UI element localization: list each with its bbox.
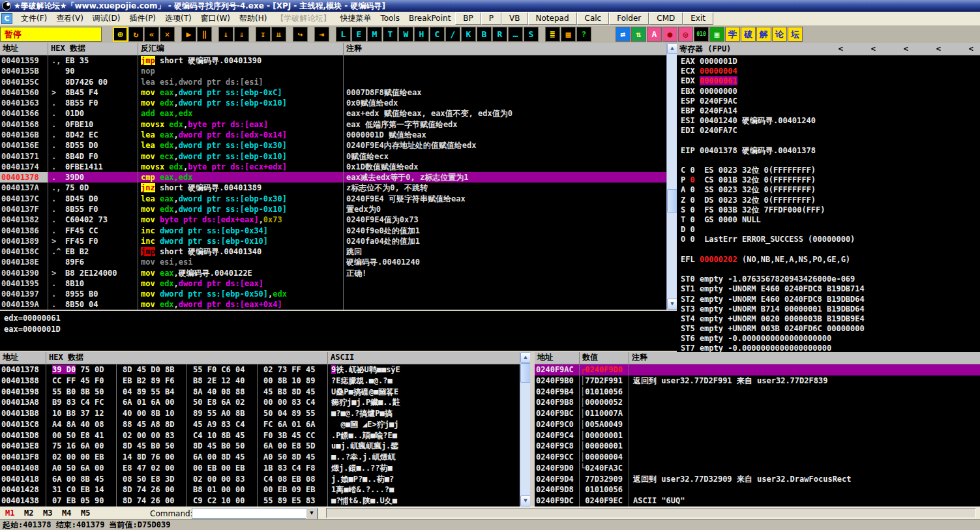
disasm-row[interactable]: 0040137C.8D45 D0lea eax,dword ptr ss:[eb… xyxy=(0,194,666,204)
stack-row[interactable]: 0240F9C8│00000001 xyxy=(535,441,980,452)
view-handles-button[interactable]: H xyxy=(414,27,429,42)
register-line[interactable] xyxy=(677,156,980,166)
menu-item-查看v[interactable]: 查看(V) xyxy=(52,12,88,25)
collapse-column-icon[interactable]: < xyxy=(882,44,915,53)
menu-item-calc[interactable]: Calc xyxy=(577,12,610,25)
menu-item-p[interactable]: P xyxy=(481,12,501,25)
disasm-row[interactable]: 00401397.8955 B0mov dword ptr ss:[ebp-0x… xyxy=(0,289,666,299)
register-st6[interactable]: ST6 empty -0.0000000000000000000 xyxy=(677,334,980,344)
flag-c[interactable]: C 0 ES 0023 32位 0(FFFFFFFF) xyxy=(677,166,980,175)
dump-row[interactable]: 004013D800 50 E8 4102 00 00 83C4 10 8B 4… xyxy=(0,430,520,441)
register-line[interactable] xyxy=(677,245,980,255)
disasm-row[interactable]: 0040136E.8D55 D0lea edx,dword ptr ss:[eb… xyxy=(0,140,666,151)
register-ebp[interactable]: EBP 0240FA14 xyxy=(677,106,980,116)
stack-row[interactable]: 0240F9D8 01010056 xyxy=(535,484,980,495)
disasm-row[interactable]: 00401359.,EB 35jmp short 硬编码寻.00401390 xyxy=(0,55,666,66)
menu-item-调试d[interactable]: 调试(D) xyxy=(88,12,125,25)
disasm-row[interactable]: 00401360>8B45 F4mov eax,dword ptr ss:[eb… xyxy=(0,87,666,98)
restart-button[interactable]: ↻ xyxy=(128,27,143,42)
scroll-up-icon[interactable]: ▲ xyxy=(667,43,677,54)
stack-row[interactable]: 0240F9CC│00000004 xyxy=(535,452,980,463)
options-list-button[interactable]: ≣ xyxy=(545,27,560,42)
view-memory-button[interactable]: M xyxy=(367,27,382,42)
dump-scrollbar[interactable]: ▲ ▼ xyxy=(520,352,530,507)
dump-row[interactable]: 004013F802 00 00 EB14 8D 76 006A 00 8D 4… xyxy=(0,452,520,463)
stack-row[interactable]: 0240F9B8│00000052 xyxy=(535,397,980,408)
execute-till-return-button[interactable]: ↪ xyxy=(293,27,308,42)
menu-item-tools[interactable]: Tools xyxy=(376,12,404,25)
step-into-button[interactable]: ↓ xyxy=(218,27,233,42)
register-st4[interactable]: ST4 empty +UNORM 0020 0000003B B19DB9E4 xyxy=(677,314,980,324)
command-input[interactable]: ▼ xyxy=(192,508,318,519)
disasm-row[interactable]: 00401386.FF45 CCinc dword ptr ss:[ebp-0x… xyxy=(0,226,666,236)
view-modules-button[interactable]: E xyxy=(351,27,366,42)
disasm-row[interactable]: 00401368.0FBE10movsx edx,byte ptr ds:[ea… xyxy=(0,119,666,130)
flag-p[interactable]: P 0 CS 001B 32位 0(FFFFFFFF) xyxy=(677,175,980,185)
register-line[interactable] xyxy=(677,265,980,274)
stack-row[interactable]: 0240F9BC│0110007A xyxy=(535,408,980,419)
open-file-button[interactable]: ⊕ xyxy=(113,27,128,42)
menu-item-文件f[interactable]: 文件(F) xyxy=(16,12,52,25)
trace-over-button[interactable]: ⇊ xyxy=(271,27,286,42)
stack-row[interactable]: 0240F9DC 0240F9ECASCII "6UQ" xyxy=(535,495,980,507)
pause-button[interactable]: ‖ xyxy=(197,27,212,42)
dump-row[interactable]: 004013E875 16 6A 008D 45 B0 508D 45 B0 5… xyxy=(0,441,520,452)
go-to-address-button[interactable]: ⇥ xyxy=(314,27,329,42)
dump-row[interactable]: 004013B810 B8 37 1240 00 8B 1089 55 A0 8… xyxy=(0,408,520,419)
collapse-column-icon[interactable]: < xyxy=(915,44,947,53)
stack-row[interactable]: 0240F9D4 77D32909返回到 user32.77D32909 来自 … xyxy=(535,474,980,485)
register-edx[interactable]: EDX 00000061 xyxy=(677,76,980,86)
register-esp[interactable]: ESP 0240F9AC xyxy=(677,96,980,106)
stack-row[interactable]: 0240F9C0│005A0049 xyxy=(535,419,980,430)
stack-row[interactable]: 0240F9C4│00000001 xyxy=(535,430,980,441)
disasm-row[interactable]: 00401378.39D0cmp eax,edxeax减去edx等于0, z标志… xyxy=(0,172,666,183)
dump-row[interactable]: 00401388CC FF 45 F0EB B2 89 F6B8 2E 12 4… xyxy=(0,375,520,387)
tab-m3[interactable]: M3 xyxy=(43,508,52,518)
disasm-row[interactable]: 00401371.8B4D F0mov ecx,dword ptr ss:[eb… xyxy=(0,151,666,162)
tab-m5[interactable]: M5 xyxy=(81,508,90,518)
dump-row[interactable]: 0040139855 B0 8B 5004 89 55 B48A 40 08 8… xyxy=(0,387,520,398)
sync-arrows-button[interactable]: ⇄ xyxy=(616,27,631,42)
flag-t[interactable]: T 0 GS 0000 NULL xyxy=(677,215,980,225)
menu-item-bp[interactable]: BP xyxy=(455,12,481,25)
menu-item-窗口w[interactable]: 窗口(W) xyxy=(196,12,235,25)
view-cpu-button[interactable]: C xyxy=(430,27,445,42)
cpu-window-icon[interactable]: C xyxy=(1,13,12,24)
flag-a[interactable]: A 0 SS 0023 32位 0(FFFFFFFF) xyxy=(677,185,980,195)
register-eax[interactable]: EAX 0000001D xyxy=(677,57,980,66)
register-st5[interactable]: ST5 empty +UNORM 003B 0240FD6C 00000000 xyxy=(677,324,980,334)
dump-row[interactable]: 004013C8A4 8A 40 0888 45 A8 8D45 A9 83 C… xyxy=(0,419,520,430)
menu-item-帮助h[interactable]: 帮助(H) xyxy=(235,12,271,25)
flag-z[interactable]: Z 0 DS 0023 32位 0(FFFFFFFF) xyxy=(677,196,980,205)
register-st1[interactable]: ST1 empty -UNORM E460 0240FDC8 B19DB714 xyxy=(677,284,980,294)
step-back-button[interactable]: « xyxy=(144,27,159,42)
close-button[interactable]: ✕ xyxy=(160,27,175,42)
menu-item-cmd[interactable]: CMD xyxy=(649,12,683,25)
menu-item-breakpoint[interactable]: BreakPoint xyxy=(404,12,455,25)
appearance-grid-button[interactable]: ▦ xyxy=(561,27,576,42)
view-source-button[interactable]: S xyxy=(524,27,539,42)
tab-m4[interactable]: M4 xyxy=(62,508,71,518)
scroll-down-icon[interactable]: ▼ xyxy=(667,299,677,310)
register-eip[interactable]: EIP 00401378 硬编码寻.00401378 xyxy=(677,146,980,156)
po-button-button[interactable]: 破 xyxy=(741,27,756,42)
collapse-column-icon[interactable]: < xyxy=(947,44,980,53)
panel-divider[interactable] xyxy=(530,352,535,507)
scroll-up-icon[interactable]: ▲ xyxy=(520,352,531,363)
menu-item-vb[interactable]: VB xyxy=(501,12,527,25)
binary-digits-button[interactable]: 010 xyxy=(694,27,709,42)
dump-row[interactable]: 0040142831 C0 EB 148D 74 26 00B8 01 00 0… xyxy=(0,484,520,495)
disasm-row[interactable]: 0040138E89F6mov esi,esi硬编码寻.00401240 xyxy=(0,257,666,267)
disasm-row[interactable]: 0040137A.,75 0Djnz short 硬编码寻.00401389z标… xyxy=(0,183,666,193)
collapse-column-icon[interactable]: < xyxy=(850,44,882,53)
register-esi[interactable]: ESI 00401240 硬编码寻.00401240 xyxy=(677,116,980,126)
menu-item-插件p[interactable]: 插件(P) xyxy=(125,12,160,25)
help-button[interactable]: ? xyxy=(576,27,591,42)
register-efl[interactable]: EFL 00000202 (NO,NB,NE,A,NS,PO,GE,G) xyxy=(677,255,980,265)
view-call-stack-button[interactable]: K xyxy=(461,27,476,42)
stack-row[interactable]: 0240F9AC┌0240F9D0 xyxy=(535,364,980,375)
register-edi[interactable]: EDI 0240FA7C xyxy=(677,126,980,136)
tab-m1[interactable]: M1 xyxy=(5,508,14,518)
chevron-down-icon[interactable]: ▼ xyxy=(306,508,318,520)
disasm-row[interactable]: 0040137F.8B55 F0mov edx,dword ptr ss:[eb… xyxy=(0,204,666,214)
